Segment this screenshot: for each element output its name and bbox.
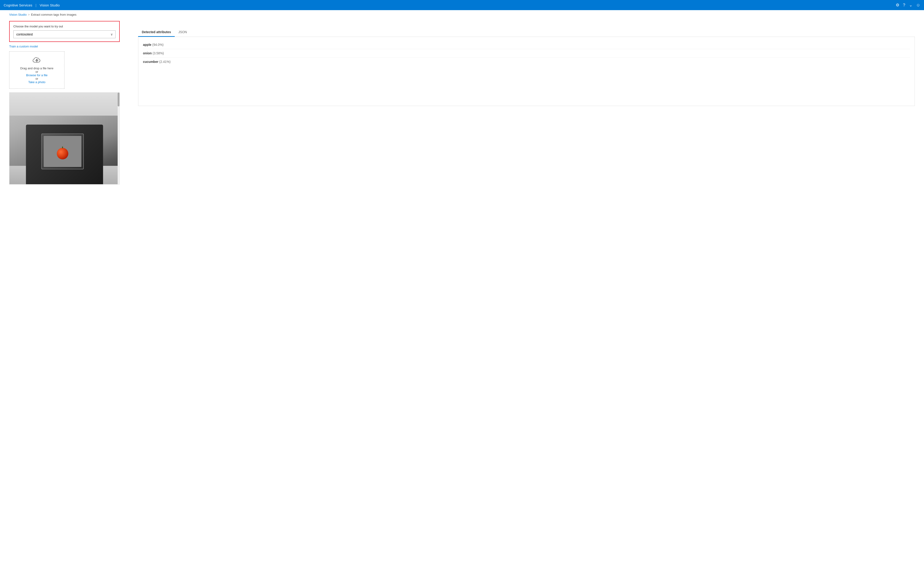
attribute-item-apple: apple (94.0%) — [143, 41, 910, 49]
drag-drop-text: Drag and drop a file here — [13, 67, 61, 70]
upload-box: Drag and drop a file here or Browse for … — [9, 51, 64, 89]
breadcrumb-home[interactable]: Vision Studio — [9, 13, 27, 16]
attributes-panel: apple (94.0%) onion (3.58%) cucumber (2.… — [138, 37, 915, 106]
attribute-name-cucumber: cucumber — [143, 60, 158, 64]
attribute-item-cucumber: cucumber (2.41%) — [143, 58, 910, 66]
breadcrumb: Vision Studio > Extract common tags from… — [0, 10, 924, 19]
scrollbar-track — [118, 93, 119, 184]
model-dropdown[interactable]: contosotest — [13, 31, 116, 38]
attribute-name-apple: apple — [143, 43, 151, 46]
microwave-body — [26, 125, 103, 184]
attribute-score-onion: (3.58%) — [153, 51, 164, 55]
or-text-2: or — [13, 77, 61, 80]
tab-json[interactable]: JSON — [175, 28, 191, 37]
apple-object — [57, 148, 69, 159]
left-panel: Choose the model you want to try out con… — [9, 21, 129, 184]
apple-stem — [62, 147, 63, 148]
main-content: Choose the model you want to try out con… — [0, 19, 924, 189]
attribute-name-onion: onion — [143, 51, 152, 55]
topbar-brand: Cognitive Services | Vision Studio — [4, 3, 60, 7]
topbar-actions: ⚙ ? ⌄ ☺ — [896, 3, 920, 8]
attribute-score-cucumber: (2.41%) — [159, 60, 171, 64]
attribute-score-apple: (94.0%) — [152, 43, 163, 46]
user-icon[interactable]: ☺ — [916, 3, 920, 8]
scrollbar-thumb[interactable] — [118, 93, 119, 106]
uploaded-image — [9, 93, 119, 184]
chevron-down-icon[interactable]: ⌄ — [909, 3, 912, 8]
train-custom-model-link[interactable]: Train a custom model — [9, 45, 129, 48]
browse-for-file-link[interactable]: Browse for a file — [26, 74, 47, 77]
breadcrumb-current: Extract common tags from images — [31, 13, 76, 16]
image-ceiling — [9, 93, 119, 116]
take-photo-link[interactable]: Take a photo — [28, 80, 45, 84]
or-text-1: or — [13, 70, 61, 74]
microwave-door — [41, 133, 84, 169]
product-name: Vision Studio — [40, 3, 60, 7]
model-selector-box: Choose the model you want to try out con… — [9, 21, 120, 42]
attribute-item-onion: onion (3.58%) — [143, 49, 910, 58]
tabs-row: Detected attributes JSON — [138, 28, 915, 37]
right-panel: Detected attributes JSON apple (94.0%) o… — [138, 21, 915, 184]
topbar-divider: | — [35, 3, 37, 7]
image-preview — [9, 92, 120, 184]
settings-icon[interactable]: ⚙ — [896, 3, 900, 8]
breadcrumb-separator: > — [28, 13, 30, 16]
microwave-inner — [44, 136, 81, 167]
help-icon[interactable]: ? — [903, 3, 906, 8]
model-dropdown-wrapper: contosotest ∨ — [13, 31, 116, 38]
brand-name: Cognitive Services — [4, 3, 32, 7]
tab-detected-attributes[interactable]: Detected attributes — [138, 28, 175, 37]
topbar: Cognitive Services | Vision Studio ⚙ ? ⌄… — [0, 0, 924, 10]
upload-cloud-icon — [13, 56, 61, 65]
model-selector-label: Choose the model you want to try out — [13, 25, 116, 28]
